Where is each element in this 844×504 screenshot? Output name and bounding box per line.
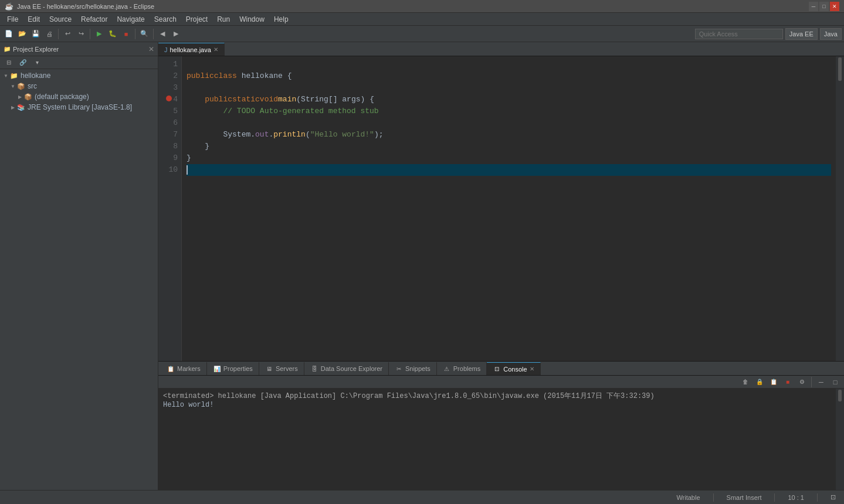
search-button[interactable]: 🔍: [138, 28, 151, 40]
datasource-icon: 🗄: [310, 365, 318, 373]
console-terminate-button[interactable]: ■: [781, 376, 794, 389]
tree-item-project[interactable]: ▼ 📁 hellokane: [0, 70, 158, 81]
scroll-thumb[interactable]: [838, 57, 842, 81]
tab-markers[interactable]: 📋 Markers: [161, 362, 207, 375]
menu-project[interactable]: Project: [181, 14, 212, 25]
tree-item-src[interactable]: ▼ 📦 src: [0, 81, 158, 91]
console-output-area[interactable]: <terminated> hellokane [Java Application…: [158, 389, 836, 490]
tab-servers[interactable]: 🖥 Servers: [259, 362, 304, 375]
line-numbers: 1 2 3 4 5 6 7 8 9 10: [158, 56, 182, 361]
tab-datasource-explorer[interactable]: 🗄 Data Source Explorer: [304, 362, 389, 375]
menu-search[interactable]: Search: [150, 14, 181, 25]
console-toolbar-sep: [811, 377, 812, 387]
view-menu-button[interactable]: ▾: [30, 56, 43, 69]
status-sep-3: [817, 493, 818, 502]
undo-button[interactable]: ↩: [61, 28, 74, 40]
menu-help[interactable]: Help: [269, 14, 293, 25]
redo-button[interactable]: ↪: [74, 28, 87, 40]
jre-label: JRE System Library [JavaSE-1.8]: [28, 103, 132, 111]
project-arrow: ▼: [2, 73, 9, 79]
editor-content[interactable]: 1 2 3 4 5 6 7 8 9 10 public class hellok…: [158, 56, 844, 361]
toolbar-separator-4: [153, 29, 154, 39]
src-folder-icon: 📦: [16, 81, 26, 91]
collapse-all-button[interactable]: ⊟: [2, 56, 15, 69]
status-insert-mode: Smart Insert: [723, 494, 765, 501]
title-bar-icon: ☕: [5, 2, 13, 11]
breakpoint-dot: [166, 96, 172, 101]
tab-problems[interactable]: ⚠ Problems: [437, 362, 487, 375]
editor-tab-close[interactable]: ✕: [213, 46, 218, 53]
tab-snippets[interactable]: ✂ Snippets: [389, 362, 437, 375]
src-label: src: [28, 82, 37, 90]
console-maximize-button[interactable]: □: [829, 376, 842, 389]
project-name-label: hellokane: [21, 71, 50, 80]
next-button[interactable]: ▶: [170, 28, 182, 40]
console-clear-button[interactable]: 🗑: [739, 376, 752, 389]
menu-edit[interactable]: Edit: [23, 14, 45, 25]
tab-properties-label: Properties: [223, 365, 253, 372]
close-button[interactable]: ✕: [830, 2, 839, 11]
tab-console-label: Console: [503, 366, 527, 373]
tree-item-jre[interactable]: ▶ 📚 JRE System Library [JavaSE-1.8]: [0, 102, 158, 113]
link-editor-button[interactable]: 🔗: [16, 56, 29, 69]
run-button[interactable]: ▶: [93, 28, 106, 40]
line-num-7: 7: [158, 129, 178, 141]
save-button[interactable]: 💾: [29, 28, 42, 40]
project-explorer-icon: 📁: [4, 46, 11, 52]
menu-navigate[interactable]: Navigate: [112, 14, 149, 25]
tab-snippets-label: Snippets: [405, 365, 431, 372]
tab-properties[interactable]: 📊 Properties: [207, 362, 259, 375]
stop-button[interactable]: ■: [120, 28, 133, 40]
console-copy-button[interactable]: 📋: [767, 376, 780, 389]
console-icon: ⊡: [493, 365, 501, 373]
code-editor[interactable]: public class hellokane { public static v…: [182, 56, 836, 361]
console-terminated-line: <terminated> hellokane [Java Application…: [163, 391, 831, 401]
print-button[interactable]: 🖨: [43, 28, 56, 40]
tab-problems-label: Problems: [453, 365, 480, 372]
menu-source[interactable]: Source: [45, 14, 76, 25]
jre-arrow: ▶: [9, 105, 16, 110]
status-position: 10 : 1: [784, 494, 808, 501]
perspective-javaee-button[interactable]: Java EE: [785, 28, 818, 40]
project-explorer-title: Project Explorer: [13, 46, 59, 53]
toolbar-separator-1: [58, 29, 59, 39]
line-num-6: 6: [158, 117, 178, 129]
project-explorer-header: 📁 Project Explorer ✕: [0, 42, 158, 56]
project-folder-icon: 📁: [9, 71, 19, 80]
console-scroll-lock-button[interactable]: 🔒: [753, 376, 766, 389]
code-line-8: }: [187, 141, 831, 152]
menu-file[interactable]: File: [2, 14, 23, 25]
open-button[interactable]: 📂: [16, 28, 29, 40]
menu-run[interactable]: Run: [212, 14, 235, 25]
minimize-button[interactable]: ─: [809, 2, 818, 11]
line-num-4: 4: [158, 94, 178, 105]
console-minimize-button[interactable]: ─: [815, 376, 828, 389]
menu-window[interactable]: Window: [235, 14, 269, 25]
maximize-button[interactable]: □: [819, 2, 829, 11]
status-bar: Writable Smart Insert 10 : 1 ⊡: [0, 490, 844, 504]
code-line-7: System.out.println("Hello world!");: [187, 129, 831, 141]
tree-item-default-package[interactable]: ▶ 📦 (default package): [0, 91, 158, 102]
debug-button[interactable]: 🐛: [106, 28, 119, 40]
console-settings-button[interactable]: ⚙: [795, 376, 808, 389]
tab-console[interactable]: ⊡ Console ✕: [487, 362, 540, 375]
quick-access-input[interactable]: [695, 29, 783, 39]
line-num-9: 9: [158, 152, 178, 164]
prev-button[interactable]: ◀: [156, 28, 169, 40]
perspective-java-button[interactable]: Java: [820, 28, 842, 40]
console-scrollbar[interactable]: [836, 389, 844, 490]
default-package-label: (default package): [35, 93, 89, 101]
title-bar-text: Java EE - hellokane/src/hellokane.java -…: [17, 3, 154, 10]
project-tree: ▼ 📁 hellokane ▼ 📦 src ▶ 📦 (default packa…: [0, 69, 158, 490]
editor-tab-hellokane[interactable]: J hellokane.java ✕: [158, 43, 225, 56]
window-controls: ─ □ ✕: [809, 2, 839, 11]
jre-icon: 📚: [16, 103, 26, 112]
project-explorer-close[interactable]: ✕: [148, 45, 154, 53]
status-sep-1: [713, 493, 714, 502]
console-tab-close[interactable]: ✕: [530, 366, 534, 372]
new-button[interactable]: 📄: [2, 28, 15, 40]
menu-refactor[interactable]: Refactor: [76, 14, 112, 25]
pkg-arrow: ▶: [16, 94, 23, 100]
console-hello-output: Hello world!: [163, 401, 831, 409]
tab-markers-label: Markers: [177, 365, 201, 372]
